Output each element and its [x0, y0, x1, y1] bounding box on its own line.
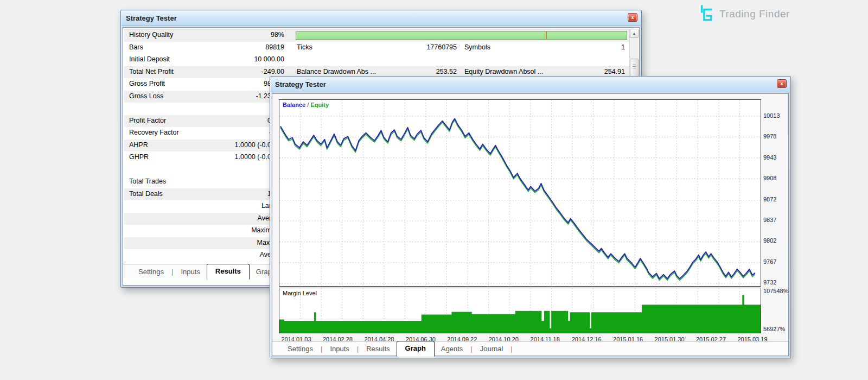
y-tick-label: 9978 [763, 133, 790, 140]
results-window-close-icon[interactable]: x [628, 13, 637, 22]
cell-value: 1.0000 (-0.0 [205, 153, 271, 161]
cell-value: - [205, 129, 271, 136]
cell-label: Gross Loss [129, 92, 163, 100]
cell-value: Maxim [205, 226, 271, 234]
chart-legend: Balance / Equity [283, 102, 329, 108]
graph-window-tabstrip: Settings|Inputs|ResultsGraphAgents|Journ… [272, 341, 788, 356]
progress-marker [546, 31, 547, 39]
cell-label: Ticks [297, 43, 312, 51]
cell-value: 10 000.00 [205, 55, 284, 63]
tab-results[interactable]: Results [207, 264, 250, 280]
tab-separator: | [320, 345, 323, 353]
graph-window-close-icon[interactable]: x [777, 79, 787, 88]
cell-value: 254.91 [525, 68, 625, 75]
cell-value: 98% [205, 31, 284, 39]
scrollbar-up-arrow-icon[interactable]: ▲ [630, 29, 639, 38]
tab-separator: | [469, 345, 473, 353]
cell-label: Total Net Profit [129, 68, 174, 75]
y-tick-label: 9943 [763, 154, 790, 161]
graph-window-title: Strategy Tester [275, 80, 326, 88]
trading-finder-logo: Trading Finder [695, 4, 790, 24]
tab-inputs[interactable]: Inputs [323, 343, 355, 355]
cell-label: Symbols [464, 43, 490, 51]
margin-level-label: Margin Level [283, 290, 317, 296]
margin-level-panel: Margin Level [279, 288, 761, 333]
tab-agents[interactable]: Agents [435, 343, 469, 355]
y-tick-label: 9837 [763, 217, 790, 223]
cell-label: GHPR [129, 153, 149, 161]
cell-value: 1 [525, 43, 625, 51]
cell-value: 89819 [205, 43, 284, 51]
y-tick-label: 9872 [763, 196, 790, 202]
tab-journal[interactable]: Journal [474, 343, 510, 355]
table-row[interactable]: History Quality98% [124, 29, 629, 42]
margin-bottom-value: 56927% [763, 326, 796, 332]
cell-value: 253.52 [357, 68, 457, 75]
graph-window-titlebar[interactable]: Strategy Tester [271, 77, 790, 92]
cell-label: Recovery Factor [129, 129, 179, 136]
cell-value: Aver [205, 214, 271, 222]
history-quality-progressbar [296, 31, 627, 40]
balance-equity-chart: Balance / Equity [279, 99, 761, 287]
results-window-title: Strategy Tester [126, 14, 177, 22]
cell-label: Initial Deposit [129, 55, 170, 63]
tab-inputs[interactable]: Inputs [174, 265, 206, 278]
cell-label: History Quality [129, 31, 173, 39]
y-tick-label: 9908 [763, 175, 790, 181]
cell-value: Lar [205, 202, 271, 210]
margin-level-plot [279, 288, 761, 333]
tab-settings[interactable]: Settings [281, 343, 320, 355]
trading-finder-text: Trading Finder [719, 8, 790, 20]
cell-label: AHPR [129, 141, 148, 149]
trading-finder-icon [695, 4, 715, 24]
y-tick-label: 9732 [763, 279, 790, 286]
results-window-titlebar[interactable]: Strategy Tester [122, 11, 641, 26]
cell-value: -249.00 [205, 68, 284, 75]
graph-window-body: Balance / Equity Margin Level 1001399789… [272, 93, 789, 356]
cell-label: Total Deals [129, 190, 163, 198]
cell-label: Total Trades [129, 178, 166, 185]
tab-separator: | [356, 345, 360, 353]
legend-equity-label: Equity [310, 102, 329, 108]
tab-separator: | [170, 268, 174, 276]
table-row[interactable]: Initial Deposit10 000.00 [124, 54, 629, 66]
y-tick-label: 9767 [763, 258, 790, 265]
margin-top-value: 107548% [763, 288, 796, 294]
cell-value: Maxi [205, 239, 271, 246]
scrollbar-grip-icon [633, 65, 636, 69]
cell-label: Bars [129, 43, 143, 51]
cell-label: Profit Factor [129, 117, 166, 124]
cell-value: 98 [205, 80, 271, 87]
balance-equity-plot [279, 100, 761, 286]
legend-balance-label: Balance [283, 102, 305, 108]
cell-value: 0 [205, 117, 271, 124]
strategy-tester-graph-window: Strategy Tester x Balance / Equity Margi… [270, 76, 791, 358]
cell-value: 1 [205, 190, 271, 198]
tab-settings[interactable]: Settings [132, 265, 170, 278]
cell-value: -1 23 [205, 92, 271, 100]
table-row[interactable]: Bars89819Ticks17760795Symbols1 [124, 42, 629, 54]
tab-separator: | [509, 345, 513, 353]
y-tick-label: 10013 [763, 112, 790, 119]
cell-value: Ave [205, 251, 271, 258]
cell-value: 1.0000 (-0.0 [205, 141, 271, 149]
cell-value: 17760795 [357, 43, 457, 51]
y-tick-label: 9802 [763, 237, 790, 244]
cell-label: Gross Profit [129, 80, 165, 87]
tab-graph[interactable]: Graph [397, 341, 435, 357]
tab-results[interactable]: Results [360, 343, 396, 355]
